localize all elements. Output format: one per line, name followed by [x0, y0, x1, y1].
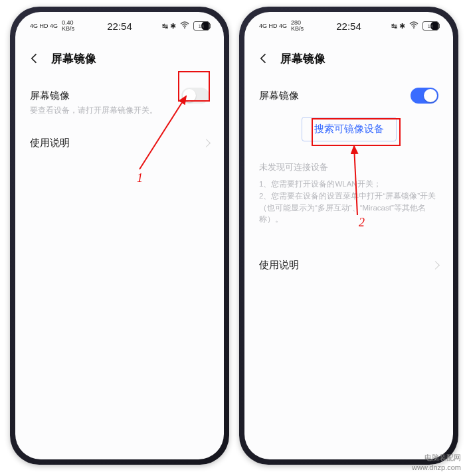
status-bar: 4G HD 4G 280 KB/s 22:54 ↹ ✱ 14	[244, 12, 453, 40]
mirror-label: 屏幕镜像	[259, 90, 299, 102]
screen-left: 4G HD 4G 0.40 KB/s 22:54 ↹ ✱ 14 屏幕镜像	[15, 12, 224, 459]
network-indicator: 4G HD 4G	[259, 23, 287, 29]
mirror-toggle-on[interactable]	[411, 88, 438, 104]
instructions-row[interactable]: 使用说明	[259, 244, 438, 286]
network-indicator: 4G HD 4G	[30, 23, 58, 29]
status-bar: 4G HD 4G 0.40 KB/s 22:54 ↹ ✱ 14	[15, 12, 224, 40]
mirror-toggle-row: 屏幕镜像	[30, 78, 209, 105]
back-button[interactable]	[27, 51, 42, 66]
mirror-toggle-row: 屏幕镜像	[259, 78, 438, 105]
annot-step-1: 1	[137, 171, 143, 185]
chevron-right-icon	[431, 261, 440, 270]
clock: 22:54	[107, 21, 132, 32]
instructions-label: 使用说明	[259, 259, 299, 272]
svg-point-1	[413, 27, 415, 29]
mirror-subtext: 要查看设备，请打开屏幕镜像开关。	[30, 105, 209, 116]
instructions-row[interactable]: 使用说明	[30, 122, 209, 164]
tips-block: 1、您需要打开设备的WLAN开关； 2、您需要在设备的设置菜单中打开“屏幕镜像”…	[259, 179, 438, 226]
page-header: 屏幕镜像	[244, 45, 453, 72]
search-devices-button[interactable]: 搜索可镜像设备	[302, 117, 397, 141]
annot-step-2: 2	[359, 216, 365, 230]
net-speed: 0.40 KB/s	[62, 20, 74, 32]
svg-point-0	[184, 27, 185, 29]
wifi-icon	[409, 21, 418, 31]
no-device-text: 未发现可连接设备	[259, 161, 438, 173]
watermark: 电脑装配网 www.dnzp.com	[412, 453, 461, 472]
mirror-label: 屏幕镜像	[30, 90, 70, 102]
back-button[interactable]	[256, 51, 271, 66]
chevron-right-icon	[202, 139, 211, 147]
battery-indicator: 14	[422, 21, 438, 31]
page-title: 屏幕镜像	[51, 51, 96, 66]
instructions-label: 使用说明	[30, 137, 70, 149]
battery-indicator: 14	[193, 21, 209, 31]
phone-right: 4G HD 4G 280 KB/s 22:54 ↹ ✱ 14 屏幕镜像	[239, 7, 458, 465]
bt-icon: ↹ ✱	[391, 22, 405, 31]
net-speed: 280 KB/s	[291, 20, 304, 32]
phone-left: 4G HD 4G 0.40 KB/s 22:54 ↹ ✱ 14 屏幕镜像	[10, 7, 229, 465]
page-header: 屏幕镜像	[15, 45, 224, 72]
mirror-toggle-off[interactable]	[181, 88, 209, 104]
bt-icon: ↹ ✱	[162, 22, 176, 31]
screen-right: 4G HD 4G 280 KB/s 22:54 ↹ ✱ 14 屏幕镜像	[244, 12, 453, 459]
wifi-icon	[180, 21, 189, 31]
clock: 22:54	[336, 21, 361, 32]
page-title: 屏幕镜像	[280, 51, 326, 66]
tip-1: 1、您需要打开设备的WLAN开关；	[259, 179, 438, 191]
tip-2: 2、您需要在设备的设置菜单中打开“屏幕镜像”开关（也可能显示为“多屏互动”、“M…	[259, 191, 438, 226]
